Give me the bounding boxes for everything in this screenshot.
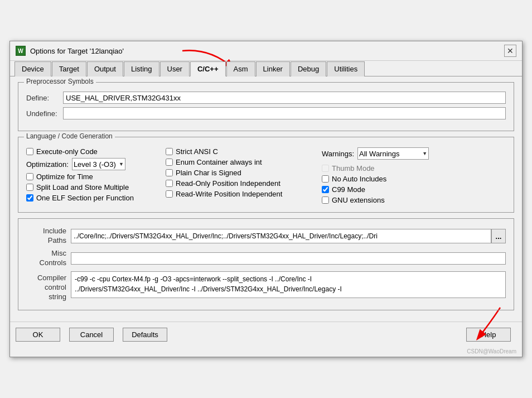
no-auto-includes-checkbox[interactable]	[322, 175, 329, 183]
misc-controls-row: Misc Controls	[26, 249, 506, 268]
no-auto-includes-label: No Auto Includes	[332, 175, 386, 183]
misc-controls-label: Misc Controls	[26, 249, 71, 268]
compiler-label3: string	[49, 292, 66, 302]
watermark: CSDN@WaoDream	[10, 347, 522, 357]
thumb-mode-label: Thumb Mode	[332, 164, 375, 172]
warnings-select[interactable]: All Warnings No Warnings MISRA compatibl…	[357, 147, 429, 160]
c99-mode-checkbox[interactable]	[322, 186, 329, 193]
compiler-string-row: Compiler control string -c99 -c -cpu Cor…	[26, 271, 506, 302]
optimize-time-row: Optimize for Time	[26, 172, 160, 181]
tab-target[interactable]: Target	[52, 61, 86, 76]
readonly-pos-checkbox[interactable]	[166, 180, 173, 187]
misc-controls-input[interactable]	[71, 252, 506, 265]
tab-utilities[interactable]: Utilities	[327, 61, 365, 76]
tab-listing[interactable]: Listing	[124, 61, 159, 76]
tab-asm[interactable]: Asm	[226, 61, 255, 76]
tab-device[interactable]: Device	[14, 61, 51, 76]
tab-output[interactable]: Output	[87, 61, 123, 76]
cancel-button[interactable]: Cancel	[69, 328, 114, 342]
execute-only-row: Execute-only Code	[26, 147, 160, 156]
warnings-row: Warnings: All Warnings No Warnings MISRA…	[322, 147, 506, 160]
preprocessor-title: Preprocessor Symbols	[24, 78, 96, 85]
tab-debug[interactable]: Debug	[291, 61, 326, 76]
enum-container-row: Enum Container always int	[166, 158, 316, 166]
optimize-time-label: Optimize for Time	[36, 172, 93, 181]
tab-user[interactable]: User	[160, 61, 190, 76]
gnu-extensions-label: GNU extensions	[332, 196, 385, 204]
plain-char-checkbox[interactable]	[166, 169, 173, 176]
include-paths-row: Include Paths ...	[26, 227, 506, 246]
language-grid: Execute-only Code Optimization: Level 3 …	[26, 147, 506, 204]
title-bar: W Options for Target '12lanqiao' ✕	[10, 41, 522, 61]
split-load-label: Split Load and Store Multiple	[36, 183, 129, 191]
c99-mode-row: C99 Mode	[322, 185, 506, 194]
include-paths-label: Include Paths	[26, 227, 71, 246]
readonly-pos-row: Read-Only Position Independent	[166, 179, 316, 188]
readwrite-pos-label: Read-Write Position Independent	[176, 190, 282, 198]
controls-label: Controls	[40, 258, 66, 268]
bottom-bar: OK Cancel Defaults Help	[10, 322, 522, 347]
lang-col-1: Execute-only Code Optimization: Level 3 …	[26, 147, 160, 204]
browse-button[interactable]: ...	[491, 229, 506, 243]
compiler-string-line1: -c99 -c -cpu Cortex-M4.fp -g -O3 -apcs=i…	[75, 275, 312, 283]
undefine-input[interactable]	[63, 107, 506, 119]
one-elf-row: One ELF Section per Function	[26, 194, 160, 202]
tab-linker[interactable]: Linker	[256, 61, 290, 76]
plain-char-label: Plain Char is Signed	[176, 169, 241, 177]
thumb-mode-checkbox[interactable]	[322, 165, 329, 172]
defaults-button[interactable]: Defaults	[123, 328, 167, 342]
define-label: Define:	[26, 94, 60, 102]
include-paths-input[interactable]	[71, 229, 491, 243]
enum-container-label: Enum Container always int	[176, 158, 262, 166]
define-input[interactable]	[63, 92, 506, 104]
execute-only-checkbox[interactable]	[26, 148, 33, 155]
optimization-row: Optimization: Level 3 (-O3) Level 0 (-O0…	[26, 158, 160, 170]
plain-char-row: Plain Char is Signed	[166, 169, 316, 177]
warnings-select-wrapper: All Warnings No Warnings MISRA compatibl…	[357, 147, 429, 160]
language-section: Language / Code Generation Execute-only …	[18, 137, 514, 213]
dialog-title: Options for Target '12lanqiao'	[30, 47, 124, 55]
gnu-extensions-row: GNU extensions	[322, 196, 506, 204]
strict-ansi-label: Strict ANSI C	[176, 147, 218, 156]
one-elf-checkbox[interactable]	[26, 194, 33, 202]
lang-col-3: Warnings: All Warnings No Warnings MISRA…	[322, 147, 506, 204]
lang-col-2: Strict ANSI C Enum Container always int …	[166, 147, 316, 204]
title-bar-left: W Options for Target '12lanqiao'	[16, 46, 124, 56]
no-auto-includes-row: No Auto Includes	[322, 175, 506, 183]
strict-ansi-checkbox[interactable]	[166, 148, 173, 155]
optimize-time-checkbox[interactable]	[26, 173, 33, 180]
include-label: Include	[43, 227, 66, 236]
one-elf-label: One ELF Section per Function	[36, 194, 134, 202]
compiler-label1: Compiler	[37, 274, 66, 283]
split-load-checkbox[interactable]	[26, 184, 33, 191]
close-button[interactable]: ✕	[504, 45, 516, 57]
execute-only-label: Execute-only Code	[36, 147, 98, 156]
gnu-extensions-checkbox[interactable]	[322, 196, 329, 204]
misc-label: Misc	[51, 249, 66, 258]
thumb-mode-row: Thumb Mode	[322, 164, 506, 172]
help-button[interactable]: Help	[466, 328, 511, 342]
tab-bar: Device Target Output Listing User C/C++ …	[10, 61, 522, 76]
optimization-select[interactable]: Level 3 (-O3) Level 0 (-O0) Level 1 (-O1…	[72, 158, 125, 170]
strict-ansi-row: Strict ANSI C	[166, 147, 316, 156]
compiler-output: -c99 -c -cpu Cortex-M4.fp -g -O3 -apcs=i…	[71, 271, 506, 298]
readwrite-pos-row: Read-Write Position Independent	[166, 190, 316, 198]
define-row: Define:	[26, 92, 506, 104]
readwrite-pos-checkbox[interactable]	[166, 190, 173, 198]
paths-section: Include Paths ... Misc Controls	[18, 218, 514, 310]
warnings-label: Warnings:	[322, 150, 354, 158]
paths-label: Paths	[48, 236, 66, 246]
content-area: Preprocessor Symbols Define: Undefine: L…	[10, 76, 522, 321]
optimization-label: Optimization:	[26, 160, 69, 169]
compiler-string-line2: ../Drivers/STM32G4xx_HAL_Driver/Inc -I .…	[75, 285, 342, 293]
compiler-label2: control	[45, 283, 66, 292]
app-icon: W	[16, 46, 26, 56]
undefine-label: Undefine:	[26, 109, 60, 118]
enum-container-checkbox[interactable]	[166, 159, 173, 166]
ok-button[interactable]: OK	[16, 328, 60, 342]
preprocessor-section: Preprocessor Symbols Define: Undefine:	[18, 82, 514, 131]
language-title: Language / Code Generation	[24, 132, 115, 140]
undefine-row: Undefine:	[26, 107, 506, 119]
compiler-string-label: Compiler control string	[26, 271, 71, 302]
tab-cpp[interactable]: C/C++	[190, 61, 226, 76]
